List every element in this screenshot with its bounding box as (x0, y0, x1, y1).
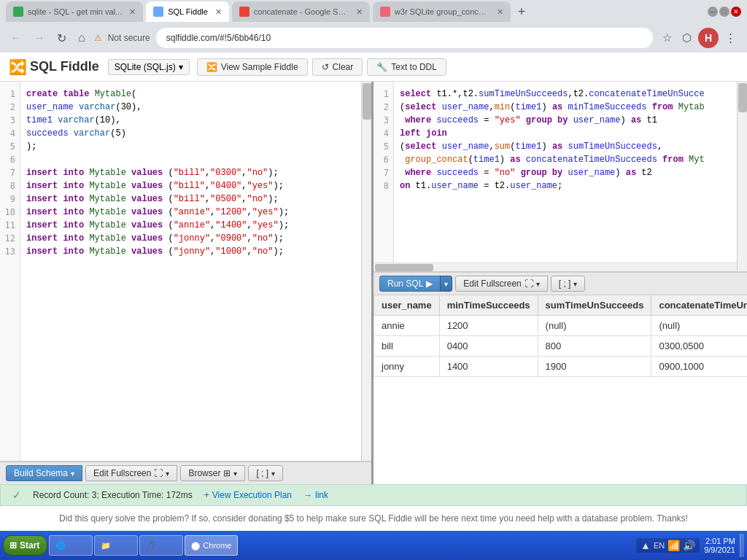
right-code-editor[interactable]: 12345678 select t1.*,t2.sumTimeUnSucceed… (374, 82, 747, 272)
status-check-icon: ✓ (12, 489, 21, 501)
tab-close-w3c[interactable]: ✕ (497, 7, 503, 17)
clock-date: 9/9/2021 (704, 545, 735, 554)
title-bar: sqlite - SQL - get min val... ✕ SQL Fidd… (0, 0, 747, 23)
jonny-min-time: 1400 (439, 357, 538, 377)
view-plan-label: View Execution Plan (212, 490, 292, 500)
clear-button[interactable]: ↺ Clear (312, 58, 363, 76)
forward-button[interactable]: → (31, 30, 48, 46)
extensions-button[interactable]: ⬡ (678, 30, 695, 46)
build-schema-button[interactable]: Build Schema ▾ (6, 465, 82, 481)
tab-favicon-google (239, 7, 249, 17)
menu-button[interactable]: ⋮ (721, 30, 740, 46)
tab-label-fiddle: SQL Fiddle (168, 7, 208, 16)
address-input[interactable] (156, 28, 653, 48)
browser-chrome: sqlite - SQL - get min val... ✕ SQL Fidd… (0, 0, 747, 52)
browser-arrow: ▾ (233, 470, 237, 478)
tab-favicon-sqlite (13, 7, 23, 17)
browser-icon: ⊞ (223, 468, 231, 478)
refresh-button[interactable]: ↻ (54, 30, 69, 47)
run-sql-button[interactable]: Run SQL ▶ (379, 276, 441, 292)
link-button[interactable]: → link (303, 490, 328, 500)
result-row-bill: bill 0400 800 0300,0500 (374, 336, 748, 357)
right-editor-vscrollbar[interactable] (737, 82, 747, 271)
run-sql-dropdown-button[interactable]: ▾ (440, 276, 452, 292)
tab-close-fiddle[interactable]: ✕ (215, 7, 222, 17)
footer-text: Did this query solve the problem? If so,… (59, 513, 688, 524)
col-sum-time-unsucceeds: sumTimeUnSucceeds (538, 295, 651, 316)
tab-close-google[interactable]: ✕ (356, 7, 363, 17)
network-icon: 📶 (667, 540, 680, 551)
address-bar: ← → ↻ ⌂ ⚠ Not secure ☆ ⬡ H ⋮ (0, 23, 747, 52)
clock-time: 2:01 PM (704, 537, 735, 545)
app: 🔀 SQL Fiddle SQLite (SQL.js) ▾ 🔀 View Sa… (0, 52, 747, 531)
db-selector-dropdown[interactable]: SQLite (SQL.js) ▾ (108, 59, 190, 75)
jonny-user-name: jonny (374, 357, 440, 377)
chrome-label: Chrome (203, 541, 231, 550)
results-area: user_name minTimeSucceeds sumTimeUnSucce… (374, 295, 747, 484)
new-tab-button[interactable]: + (514, 3, 530, 21)
address-bar-icons: ☆ ⬡ H ⋮ (659, 28, 740, 48)
window-close-button[interactable]: ✕ (731, 7, 741, 17)
left-code-content[interactable]: create table Mytable( user_name varchar(… (20, 82, 371, 461)
status-bar: ✓ Record Count: 3; Execution Time: 172ms… (0, 484, 747, 506)
bookmark-star-button[interactable]: ☆ (659, 30, 676, 46)
taskbar-item-media[interactable]: 🎵 (139, 535, 183, 556)
left-editor-scrollbar[interactable] (361, 82, 371, 461)
window-minimize-button[interactable]: ─ (708, 7, 718, 17)
text-to-ddl-icon: 🔧 (376, 62, 387, 72)
right-code-content[interactable]: select t1.*,t2.sumTimeUnSucceeds,t2.conc… (394, 82, 747, 271)
annie-user-name: annie (374, 316, 440, 336)
up-arrow-tray-icon[interactable]: ▲ (640, 540, 651, 551)
bill-user-name: bill (374, 336, 440, 357)
windows-icon: ⊞ (9, 540, 17, 551)
taskbar-item-chrome[interactable]: ⬤ Chrome (185, 535, 238, 556)
browser-button[interactable]: Browser ⊞ ▾ (180, 465, 245, 481)
col-min-time-succeeds: minTimeSucceeds (439, 295, 538, 316)
tab-fiddle[interactable]: SQL Fiddle ✕ (146, 1, 229, 22)
taskbar: ⊞ Start 🌐 📁 🎵 ⬤ Chrome ▲ EN 📶 🔊 2:01 PM … (0, 531, 747, 560)
tab-close-sqlite[interactable]: ✕ (129, 7, 136, 17)
tab-w3c[interactable]: w3r SQLite group_concat() fu... ✕ (373, 1, 511, 22)
annie-min-time: 1200 (439, 316, 538, 336)
taskbar-item-ie[interactable]: 🌐 (49, 535, 93, 556)
col-user-name: user_name (374, 295, 440, 316)
status-message: Record Count: 3; Execution Time: 172ms (33, 490, 193, 500)
right-hscrollbar-thumb[interactable] (375, 264, 433, 271)
edit-fullscreen-left-label: Edit Fullscreen (93, 468, 151, 478)
taskbar-right: ▲ EN 📶 🔊 2:01 PM 9/9/2021 (636, 534, 744, 557)
edit-fullscreen-left-button[interactable]: Edit Fullscreen ⛶ ▾ (85, 465, 177, 481)
view-execution-plan-link[interactable]: + View Execution Plan (204, 490, 292, 500)
link-label: link (315, 490, 328, 500)
main-content: 12345678910111213 create table Mytable( … (0, 82, 747, 484)
clear-label: Clear (333, 62, 354, 72)
jonny-sum-time: 1900 (538, 357, 651, 377)
right-editor-buttons: Run SQL ▶ ▾ Edit Fullscreen ⛶ ▾ [ ; ] ▾ (374, 272, 747, 295)
left-line-numbers: 12345678910111213 (0, 82, 20, 461)
right-line-numbers: 12345678 (374, 82, 394, 271)
volume-icon: 🔊 (683, 540, 695, 551)
media-icon: 🎵 (146, 541, 156, 551)
sample-fiddle-button[interactable]: 🔀 View Sample Fiddle (197, 58, 308, 76)
back-button[interactable]: ← (7, 30, 25, 46)
home-button[interactable]: ⌂ (75, 30, 88, 46)
db-selector-arrow: ▾ (179, 62, 183, 72)
link-arrow-icon: → (303, 490, 312, 500)
taskbar-item-explorer[interactable]: 📁 (94, 535, 138, 556)
left-scrollbar-thumb[interactable] (363, 83, 371, 120)
start-button[interactable]: ⊞ Start (3, 535, 47, 556)
text-to-ddl-button[interactable]: 🔧 Text to DDL (367, 58, 446, 76)
edit-fullscreen-right-button[interactable]: Edit Fullscreen ⛶ ▾ (455, 276, 547, 292)
right-semicolon-button[interactable]: [ ; ] ▾ (551, 276, 586, 292)
tab-sqlite[interactable]: sqlite - SQL - get min val... ✕ (6, 1, 143, 22)
left-code-editor[interactable]: 12345678910111213 create table Mytable( … (0, 82, 371, 462)
right-editor-hscrollbar[interactable] (374, 262, 737, 271)
profile-button[interactable]: H (698, 28, 719, 48)
db-selector-label: SQLite (SQL.js) (115, 62, 176, 72)
right-vscrollbar-thumb[interactable] (738, 83, 747, 112)
taskbar-clock[interactable]: 2:01 PM 9/9/2021 (704, 537, 735, 554)
app-logo-icon: 🔀 (9, 58, 27, 76)
window-maximize-button[interactable]: □ (719, 7, 729, 17)
left-semicolon-button[interactable]: [ ; ] ▾ (248, 465, 283, 481)
show-desktop-button[interactable] (740, 534, 744, 557)
tab-google[interactable]: concatenate - Google Se... ✕ (232, 1, 370, 22)
